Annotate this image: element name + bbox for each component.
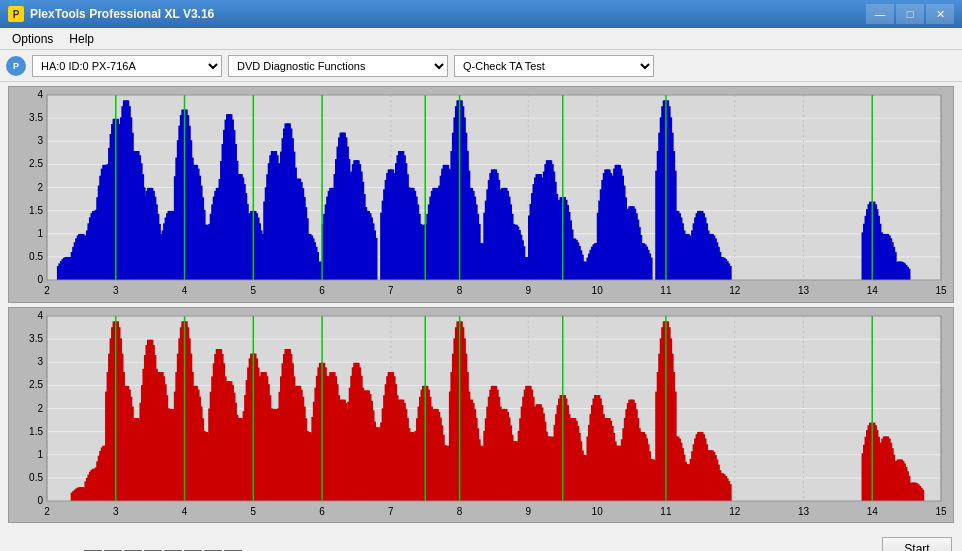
menu-bar: Options Help [0, 28, 962, 50]
top-chart-panel [8, 86, 954, 303]
title-bar-controls: — □ ✕ [866, 4, 954, 24]
bottom-panel: Jitter: 3 Peak Shift: 4 TA Quality Indic… [0, 527, 962, 551]
menu-help[interactable]: Help [61, 30, 102, 48]
minimize-button[interactable]: — [866, 4, 894, 24]
title-bar-left: P PlexTools Professional XL V3.16 [8, 6, 214, 22]
start-button[interactable]: Start [882, 537, 952, 551]
top-chart [9, 87, 953, 302]
title-bar: P PlexTools Professional XL V3.16 — □ ✕ [0, 0, 962, 28]
start-button-section: Start i [882, 537, 952, 551]
close-button[interactable]: ✕ [926, 4, 954, 24]
toolbar: P HA:0 ID:0 PX-716A DVD Diagnostic Funct… [0, 50, 962, 82]
device-icon: P [6, 56, 26, 76]
bottom-chart-panel [8, 307, 954, 524]
test-select[interactable]: Q-Check TA Test [454, 55, 654, 77]
app-title: PlexTools Professional XL V3.16 [30, 7, 214, 21]
menu-options[interactable]: Options [4, 30, 61, 48]
maximize-button[interactable]: □ [896, 4, 924, 24]
device-select[interactable]: HA:0 ID:0 PX-716A [32, 55, 222, 77]
app-icon: P [8, 6, 24, 22]
main-content [0, 82, 962, 527]
bottom-chart [9, 308, 953, 523]
function-select[interactable]: DVD Diagnostic Functions [228, 55, 448, 77]
